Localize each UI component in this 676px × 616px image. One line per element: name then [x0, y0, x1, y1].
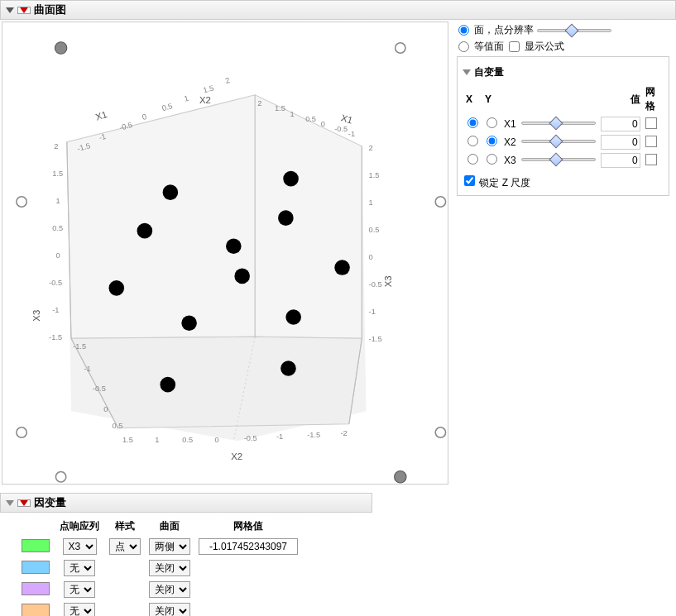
surface-select-3[interactable]: 关闭	[149, 603, 190, 616]
svg-point-62	[160, 377, 175, 393]
svg-text:0: 0	[55, 251, 60, 260]
x3-value-input[interactable]	[601, 153, 640, 168]
color-swatch-1[interactable]	[22, 561, 50, 574]
lock-z-checkbox[interactable]	[464, 175, 475, 186]
svg-point-53	[163, 184, 179, 200]
x2-slider[interactable]	[521, 136, 596, 147]
x3-slider[interactable]	[521, 154, 596, 165]
col-point-color: 点响应列	[55, 518, 104, 535]
axis-x1-label-right: X1	[340, 112, 354, 125]
col-mesh-value: 网格值	[195, 518, 301, 535]
surface-plot-3d[interactable]: X1 X2 X1 X3 X3 X2 2 1.5 1 0.5 0 -0.5 -1 …	[2, 21, 448, 485]
x-col-header: X	[464, 84, 482, 114]
axis-x3-label-left: X3	[31, 310, 41, 322]
style-select-0[interactable]: 点	[109, 538, 141, 555]
x1-y-radio[interactable]	[487, 117, 497, 128]
red-triangle-icon	[20, 500, 28, 506]
surface-mode-radio[interactable]	[458, 25, 469, 36]
x2-grid-checkbox[interactable]	[645, 136, 657, 147]
pointcol-select-0[interactable]: X3	[63, 538, 97, 555]
svg-text:-0.5: -0.5	[244, 434, 257, 442]
handle-left[interactable]	[17, 197, 26, 207]
svg-text:2: 2	[54, 142, 58, 150]
svg-text:-1.5: -1.5	[49, 333, 62, 341]
var-row-x3: X3	[464, 152, 662, 169]
svg-text:0.5: 0.5	[305, 115, 316, 123]
col-style: 样式	[106, 518, 144, 535]
axis-x2-label-top: X2	[199, 95, 211, 105]
x1-x-radio[interactable]	[467, 117, 478, 128]
svg-point-64	[181, 315, 197, 331]
isosurface-mode-radio[interactable]	[458, 41, 469, 52]
color-swatch-3[interactable]	[22, 604, 50, 617]
ticks-x3-left: 2 1.5 1 0.5 0 -0.5 -1 -1.5	[49, 142, 63, 341]
svg-text:-1: -1	[348, 130, 355, 138]
svg-text:1: 1	[183, 94, 189, 103]
color-swatch-2[interactable]	[22, 582, 50, 595]
x3-grid-checkbox[interactable]	[645, 154, 657, 165]
var-x1-label: X1	[502, 116, 518, 132]
color-swatch-0[interactable]	[22, 539, 50, 552]
svg-text:0: 0	[321, 120, 325, 128]
var-x2-label: X2	[502, 134, 518, 150]
handle-bl-outer[interactable]	[17, 427, 26, 437]
surface-select-2[interactable]: 关闭	[149, 581, 190, 598]
col-surface: 曲面	[146, 518, 194, 535]
surface-mode-label: 面，点分辨率	[474, 23, 534, 37]
svg-text:-0.5: -0.5	[369, 280, 382, 289]
collapse-icon[interactable]	[6, 7, 14, 13]
svg-text:0: 0	[215, 436, 219, 444]
svg-text:0: 0	[141, 112, 148, 122]
x2-y-radio[interactable]	[487, 136, 497, 146]
svg-point-55	[278, 210, 294, 226]
depvar-row-1: 无 关闭	[18, 558, 301, 578]
y-col-header: Y	[483, 84, 501, 114]
svg-text:1.5: 1.5	[202, 84, 214, 94]
var-x3-label: X3	[502, 152, 518, 169]
pointcol-select-1[interactable]: 无	[64, 560, 95, 576]
depvar-table: 点响应列 样式 曲面 网格值 X3 点 两侧 -1.017452343097 无…	[17, 516, 303, 616]
var-row-x2: X2	[464, 134, 662, 150]
svg-point-63	[280, 361, 296, 376]
svg-point-57	[137, 223, 153, 239]
handle-br-outer[interactable]	[435, 427, 445, 437]
axis-x2-label-bottom: X2	[231, 451, 242, 461]
depvar-menu-button[interactable]	[17, 499, 31, 507]
x2-value-input[interactable]	[601, 135, 640, 150]
svg-text:0.5: 0.5	[182, 436, 193, 444]
show-formula-checkbox[interactable]	[509, 41, 520, 52]
surface-select-1[interactable]: 关闭	[149, 560, 190, 576]
svg-point-56	[283, 171, 299, 187]
pointcol-select-2[interactable]: 无	[64, 581, 95, 598]
svg-point-60	[334, 260, 350, 275]
ticks-x3-right: 2 1.5 1 0.5 0 -0.5 -1 -1.5	[369, 144, 382, 343]
lock-z-label: 锁定 Z 尺度	[479, 177, 530, 189]
x2-x-radio[interactable]	[467, 136, 478, 146]
resolution-slider[interactable]	[537, 25, 611, 36]
x1-value-input[interactable]	[601, 117, 640, 131]
x3-y-radio[interactable]	[487, 154, 497, 165]
svg-text:1: 1	[55, 197, 60, 205]
svg-text:0: 0	[103, 405, 108, 413]
x1-slider[interactable]	[521, 117, 596, 129]
svg-text:-1: -1	[369, 308, 376, 316]
controls-panel: 面，点分辨率 等值面 显示公式 自变量 X Y	[450, 20, 676, 486]
handle-top-left[interactable]	[55, 42, 66, 54]
handle-bottom-right[interactable]	[395, 471, 406, 483]
handle-bottom-left[interactable]	[55, 472, 65, 482]
red-triangle-icon	[20, 7, 28, 13]
panel-title: 曲面图	[34, 2, 66, 17]
svg-point-61	[108, 280, 124, 296]
handle-top-right[interactable]	[396, 43, 405, 53]
x1-grid-checkbox[interactable]	[645, 117, 657, 129]
surface-select-0[interactable]: 两侧	[149, 538, 190, 555]
x3-x-radio[interactable]	[467, 154, 478, 165]
handle-right[interactable]	[435, 197, 445, 207]
axis-x3-label-right: X3	[384, 275, 394, 287]
svg-marker-2	[71, 337, 362, 428]
grid-col-header: 网格	[644, 84, 662, 114]
collapse-icon[interactable]	[6, 500, 14, 506]
pointcol-select-3[interactable]: 无	[64, 603, 95, 616]
collapse-icon[interactable]	[463, 69, 471, 75]
menu-button[interactable]	[17, 7, 31, 14]
